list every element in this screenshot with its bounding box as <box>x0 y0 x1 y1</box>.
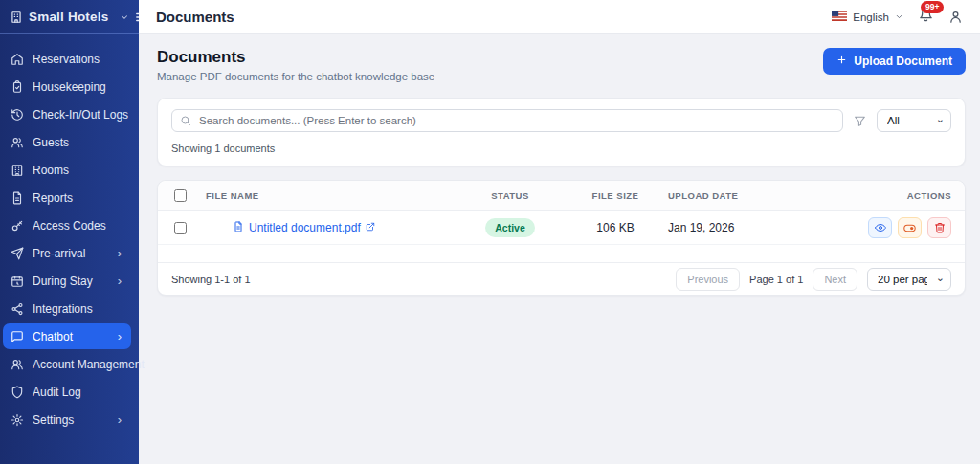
brand-header: Small Hotels <box>0 0 139 34</box>
external-link-icon <box>366 221 375 234</box>
chat-icon <box>11 330 24 343</box>
results-count: Showing 1 documents <box>171 143 951 154</box>
toggle-icon <box>903 222 916 234</box>
trash-icon <box>934 222 946 233</box>
shield-icon <box>11 386 24 399</box>
file-text-icon <box>11 191 24 205</box>
main-area: Documents English 99+ <box>139 0 980 464</box>
upload-date-value: Jan 19, 2026 <box>668 221 859 234</box>
pagination-summary: Showing 1-1 of 1 <box>171 274 251 285</box>
chevron-down-icon <box>895 12 903 21</box>
hotel-building-icon <box>10 11 23 24</box>
sidebar-item-housekeeping[interactable]: Housekeeping <box>3 74 131 99</box>
chevron-down-icon[interactable] <box>120 12 129 22</box>
sidebar-item-chatbot[interactable]: Chatbot › <box>3 323 131 349</box>
sidebar-item-audit-log[interactable]: Audit Log <box>3 379 131 405</box>
column-header-file-size: File Size <box>592 190 639 201</box>
column-header-file-name: File Name <box>202 190 457 201</box>
plus-icon <box>836 55 847 68</box>
sidebar-item-rooms[interactable]: Rooms <box>3 157 131 183</box>
column-header-status: Status <box>491 190 529 201</box>
sidebar-item-checkinout-logs[interactable]: Check-In/Out Logs <box>3 101 131 127</box>
pagination-bar: Showing 1-1 of 1 Previous Page 1 of 1 Ne… <box>158 262 965 295</box>
table-body: Untitled document.pdf Active 106 KB Jan … <box>158 211 965 262</box>
status-filter-select[interactable]: All <box>877 109 951 132</box>
language-selector[interactable]: English <box>832 11 903 23</box>
notification-badge: 99+ <box>921 1 944 13</box>
history-icon <box>11 108 24 122</box>
sidebar-item-pre-arrival[interactable]: Pre-arrival › <box>3 240 131 266</box>
key-icon <box>11 219 24 232</box>
filter-funnel-icon[interactable] <box>854 115 866 127</box>
view-document-button[interactable] <box>868 217 892 238</box>
users-icon <box>11 136 24 149</box>
clipboard-icon <box>11 80 24 94</box>
sidebar-item-settings[interactable]: Settings › <box>3 407 131 432</box>
sidebar-item-account-management[interactable]: Account Management <box>3 351 131 377</box>
file-name: Untitled document.pdf <box>249 221 361 234</box>
next-page-button[interactable]: Next <box>813 268 858 291</box>
per-page-select[interactable]: 20 per page <box>867 268 951 291</box>
sidebar-item-integrations[interactable]: Integrations <box>3 296 131 321</box>
topbar: Documents English 99+ <box>139 0 980 34</box>
search-input[interactable] <box>171 109 843 132</box>
table-header-row: File Name Status File Size Upload Date A… <box>158 181 965 211</box>
table-row: Untitled document.pdf Active 106 KB Jan … <box>158 211 965 245</box>
language-label: English <box>853 11 889 23</box>
search-panel: All ⌄ Showing 1 documents <box>157 98 966 166</box>
column-header-actions: Actions <box>907 190 965 201</box>
users-icon <box>11 358 24 371</box>
documents-table: File Name Status File Size Upload Date A… <box>157 180 966 296</box>
row-checkbox[interactable] <box>174 222 187 234</box>
building-icon <box>11 164 24 177</box>
status-badge: Active <box>485 218 535 237</box>
page-title: Documents <box>157 48 434 67</box>
upload-document-button[interactable]: Upload Document <box>823 48 966 75</box>
sidebar-nav: Reservations Housekeeping Check-In/Out L… <box>0 34 139 464</box>
gear-icon <box>11 413 24 427</box>
calendar-icon <box>11 275 24 288</box>
page-indicator: Page 1 of 1 <box>749 274 803 285</box>
sidebar-item-guests[interactable]: Guests <box>3 129 131 155</box>
home-icon <box>11 53 24 66</box>
page-subtitle: Manage PDF documents for the chatbot kno… <box>157 71 434 82</box>
brand-name: Small Hotels <box>29 10 108 24</box>
sidebar-item-reservations[interactable]: Reservations <box>3 46 131 72</box>
select-all-checkbox[interactable] <box>174 189 187 202</box>
user-menu-button[interactable] <box>948 10 963 24</box>
chevron-right-icon: › <box>118 412 123 427</box>
file-link[interactable]: Untitled document.pdf <box>233 221 375 235</box>
sidebar-item-during-stay[interactable]: During Stay › <box>3 268 131 294</box>
sidebar: Small Hotels Reservations Housekeeping C… <box>0 0 139 464</box>
chevron-right-icon: › <box>118 246 123 260</box>
file-size-value: 106 KB <box>596 221 634 234</box>
us-flag-icon <box>832 11 847 23</box>
chevron-right-icon: › <box>118 274 123 288</box>
share-network-icon <box>11 302 24 316</box>
topbar-title: Documents <box>156 9 234 25</box>
sidebar-item-access-codes[interactable]: Access Codes <box>3 212 131 238</box>
eye-icon <box>875 222 886 233</box>
column-header-upload-date: Upload Date <box>668 190 859 201</box>
send-icon <box>11 247 24 260</box>
content: Documents Manage PDF documents for the c… <box>139 34 980 464</box>
sidebar-item-reports[interactable]: Reports <box>3 185 131 210</box>
delete-document-button[interactable] <box>927 217 951 238</box>
document-icon <box>233 221 244 235</box>
toggle-status-button[interactable] <box>898 217 922 238</box>
notifications-button[interactable]: 99+ <box>919 8 933 26</box>
previous-page-button[interactable]: Previous <box>676 268 740 291</box>
chevron-right-icon: › <box>118 329 123 343</box>
